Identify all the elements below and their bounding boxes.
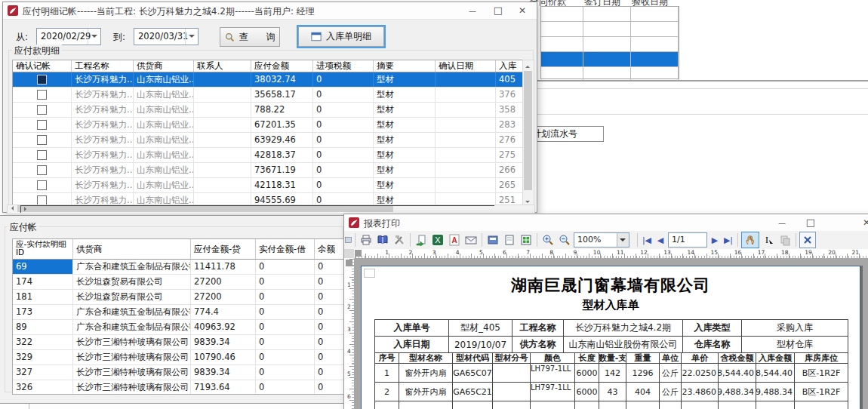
bg-divider [530,114,868,115]
confirm-checkbox[interactable] [37,165,47,175]
table-row[interactable]: 长沙万科魅力... 山东南山铝业... 67201.35 0 型材 283 [13,118,523,133]
minimize-button[interactable] [769,214,795,231]
column-header[interactable]: 应付金额 [251,60,313,72]
maximize-button[interactable] [798,214,823,231]
column-header[interactable]: 余额 [315,239,345,259]
table-row[interactable]: 326 长沙市三湘特种玻璃有限公司 7193.64 0 0 [13,380,345,394]
first-page-icon[interactable]: |◀ [641,235,653,245]
column-header[interactable]: 确认日期 [436,60,496,72]
confirm-checkbox[interactable] [37,105,47,115]
close-button[interactable] [509,2,535,19]
prev-page-icon[interactable]: ◀ [654,235,666,245]
maximize-button[interactable] [485,2,511,19]
table-row[interactable]: 长沙万科魅力... 山东南山铝业... 35658.17 0 型材 376 [13,88,523,103]
table-row[interactable]: 69 广东合和建筑五金制品有限公司 11411.78 0 0 [13,260,345,275]
query-button[interactable]: 查 询 [220,27,280,47]
table-row[interactable]: 长沙万科魅力... 山东南山铝业... 73671.19 0 型材 266 [13,163,523,178]
project-cell: 长沙万科魅力... [72,148,134,162]
table-row[interactable]: 329 长沙市三湘特种玻璃有限公司 10790.46 0 0 [13,350,345,365]
last-page-icon[interactable]: ▶| [722,235,734,245]
chevron-down-icon[interactable] [185,29,198,45]
confirm-checkbox[interactable] [37,135,47,145]
ruler-number: 13 [648,249,671,258]
column-header[interactable]: 摘要 [374,60,436,72]
table-row[interactable]: 174 长沙坦森贸易有限公司 27200 0 0 [13,275,345,290]
supplier-cell: 长沙坦森贸易有限公司 [73,290,191,304]
panel-icon[interactable] [345,232,352,248]
scroll-left-icon[interactable] [8,205,16,212]
save-icon[interactable] [485,232,500,248]
table-row[interactable]: 173 广东合和建筑五金制品有限公司 774.4 0 0 [13,305,345,320]
book-icon[interactable] [375,232,390,248]
column-header[interactable]: 联系人 [194,60,251,72]
column-header[interactable]: 进项税额 [313,60,374,72]
zoom-in-icon[interactable] [540,232,556,248]
scrollbar-thumb[interactable] [524,71,532,190]
confirm-checkbox[interactable] [37,75,47,85]
confirm-checkbox[interactable] [37,120,47,130]
page-icon[interactable] [502,232,517,248]
export-icon[interactable] [414,232,429,248]
title-bar[interactable]: 应付明细记帐------当前工程: 长沙万科魅力之城4.2期------当前用户… [3,2,537,20]
column-header[interactable]: 工程名称 [72,60,134,72]
table-row[interactable]: 327 长沙市三湘特种玻璃有限公司 9839.34 0 0 [13,365,345,380]
print-icon[interactable] [359,232,374,248]
column-header[interactable]: 供货商 [134,60,194,72]
hand-tool-icon[interactable] [741,232,759,248]
column-header[interactable]: 实付金额-借 [256,239,315,259]
pdf-icon[interactable]: A [447,232,462,248]
detail-column-header: 颜色 [531,353,575,364]
close-button[interactable] [854,214,868,231]
chevron-down-icon[interactable] [617,233,629,247]
id-cell: 173 [13,305,73,319]
confirm-cell [13,133,72,147]
table-body: 69 广东合和建筑五金制品有限公司 11411.78 0 0 174 长沙坦森贸… [13,260,345,394]
summary-cell: 型材 [374,148,436,162]
table-row[interactable]: 长沙万科魅力... 山东南山铝业... 63929.46 0 型材 276 [13,133,523,148]
pages-grid-icon[interactable] [519,232,534,248]
table-row[interactable]: 长沙万科魅力... 山东南山铝业... 42118.31 0 型材 265 [13,178,523,193]
inbound-detail-button[interactable]: 入库单明细 [298,26,384,47]
amount-cell: 67201.35 [251,118,313,132]
detail-cell: 窗外开内扇 [399,364,453,383]
table-row[interactable]: 长沙万科魅力... 山东南山铝业... 42818.37 0 型材 275 [13,148,523,163]
table-row[interactable]: 89 广东合和建筑五金制品有限公司 40963.92 0 0 [13,320,345,335]
print-preview-area[interactable]: 湖南巨晟门窗幕墙有限公司 型材入库单 入库单号 型材_405 工程名称 长沙万科… [354,258,868,409]
tools-icon[interactable] [392,232,407,248]
column-header[interactable]: 入库 [496,60,523,72]
scroll-right-icon[interactable] [20,205,494,213]
close-preview-icon[interactable] [799,232,816,248]
serial-number-field: 计划流水号 [530,126,604,142]
column-header[interactable]: 应-实付款明细ID [13,239,73,259]
info-label: 工程名称 [512,320,564,337]
scroll-up-icon[interactable] [523,60,532,69]
chevron-down-icon[interactable] [88,29,100,45]
mail-icon[interactable] [463,232,479,248]
to-date-select[interactable]: 2020/03/31 [134,28,199,45]
copy-icon[interactable] [777,232,793,248]
confirm-checkbox[interactable] [37,90,47,100]
column-header[interactable]: 确认记帐 [13,60,72,72]
window-title: 应付明细记帐------当前工程: 长沙万科魅力之城4.2期------当前用户… [23,5,315,18]
info-label: 供方名称 [512,337,564,353]
table-row[interactable]: 长沙万科魅力... 山东南山铝业... 38032.74 0 型材 405 [13,72,523,88]
zoom-out-icon[interactable] [557,232,572,248]
bg-grid-row [541,37,679,52]
title-bar[interactable]: 报表打印 [344,214,868,232]
table-row[interactable]: 长沙万科魅力... 山东南山铝业... 788.22 0 型材 358 [13,103,523,118]
amount-cell: 35658.17 [251,88,313,102]
from-date-select[interactable]: 2020/02/29 [36,28,101,45]
vertical-scrollbar[interactable] [522,60,534,206]
confirm-checkbox[interactable] [37,150,47,160]
zoom-select[interactable]: 100% [574,232,629,248]
column-header[interactable]: 应付金额-贷 [191,239,256,259]
page-number-field[interactable]: 1/1 [668,232,707,248]
text-select-icon[interactable]: I [761,232,776,248]
next-page-icon[interactable]: ▶ [709,235,721,245]
confirm-checkbox[interactable] [37,180,47,190]
table-row[interactable]: 322 长沙市三湘特种玻璃有限公司 9839.34 0 0 [13,335,345,350]
column-header[interactable]: 供货商 [73,239,191,259]
excel-icon[interactable]: X [430,232,445,248]
minimize-button[interactable] [460,2,485,19]
table-row[interactable]: 181 长沙坦森贸易有限公司 27200 0 0 [13,290,345,305]
